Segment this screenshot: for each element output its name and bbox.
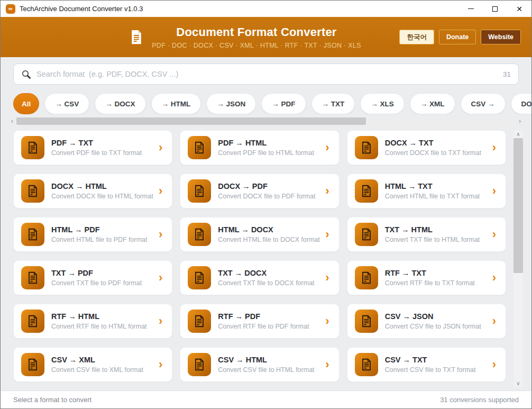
scroll-right-icon[interactable]: › xyxy=(518,118,522,124)
document-icon xyxy=(188,136,211,159)
chevron-right-icon: › xyxy=(325,359,329,370)
horizontal-scroll-thumb[interactable] xyxy=(16,117,366,125)
search-icon xyxy=(21,69,31,79)
card-csv-html[interactable]: CSV → HTML Convert CSV file to HTML form… xyxy=(180,347,339,382)
conversion-description: Convert CSV file to HTML format xyxy=(218,366,314,374)
conversion-description: Convert RTF file to HTML format xyxy=(51,323,147,330)
conversion-grid: PDF → TXT Convert PDF file to TXT format… xyxy=(1,130,510,390)
conversion-title: CSV → XML xyxy=(51,356,143,364)
chevron-right-icon: › xyxy=(159,142,162,153)
horizontal-scrollbar: ‹ › xyxy=(1,117,531,125)
status-bar: Select a format to convert 31 conversion… xyxy=(1,390,531,408)
conversion-description: Convert RTF file to TXT format xyxy=(385,279,475,287)
card-csv-xml[interactable]: CSV → XML Convert CSV file to XML format… xyxy=(13,347,172,382)
document-icon xyxy=(355,223,378,246)
donate-button[interactable]: Donate xyxy=(439,30,476,44)
close-button[interactable]: ✕ xyxy=(507,1,531,17)
card-txt-docx[interactable]: TXT → DOCX Convert TXT file to DOCX form… xyxy=(180,260,339,295)
card-txt-pdf[interactable]: TXT → PDF Convert TXT file to PDF format… xyxy=(13,260,172,295)
conversion-description: Convert RTF file to PDF format xyxy=(218,323,309,330)
website-button[interactable]: Website xyxy=(481,30,521,44)
horizontal-scroll-track[interactable] xyxy=(16,117,516,125)
document-icon xyxy=(21,310,44,333)
chevron-right-icon: › xyxy=(325,272,329,284)
conversion-description: Convert DOCX file to TXT format xyxy=(385,149,481,157)
document-icon xyxy=(21,179,44,203)
card-html-docx[interactable]: HTML → DOCX Convert HTML file to DOCX fo… xyxy=(180,217,339,252)
filter-chip-to-xml[interactable]: → XML xyxy=(410,93,455,114)
filter-chip-to-csv[interactable]: → CSV xyxy=(44,93,89,114)
card-txt-html[interactable]: TXT → HTML Convert TXT file to HTML form… xyxy=(347,217,506,252)
document-icon xyxy=(355,179,378,203)
search-input[interactable] xyxy=(36,70,503,78)
header-brand: Document Format Converter PDF · DOC · DO… xyxy=(129,25,361,49)
filter-chip-to-json[interactable]: → JSON xyxy=(206,93,256,114)
filter-chip-to-txt[interactable]: → TXT xyxy=(311,93,355,114)
scroll-left-icon[interactable]: ‹ xyxy=(10,118,14,124)
title-bar: ∞ TechArchive Document Converter v1.0.3 … xyxy=(1,1,531,17)
search-result-count: 31 xyxy=(503,70,511,78)
conversion-title: TXT → PDF xyxy=(51,269,142,277)
card-csv-txt[interactable]: CSV → TXT Convert CSV file to TXT format… xyxy=(347,347,506,382)
conversion-description: Convert HTML file to TXT format xyxy=(385,193,480,200)
maximize-button[interactable] xyxy=(483,1,507,17)
conversion-description: Convert CSV file to TXT format xyxy=(385,366,476,374)
minimize-button[interactable] xyxy=(458,1,483,17)
vertical-scrollbar[interactable]: ∧ ∨ xyxy=(513,130,523,387)
filter-chip-from-csv[interactable]: CSV → xyxy=(461,93,506,114)
conversion-title: RTF → PDF xyxy=(218,312,309,321)
document-icon xyxy=(188,310,211,333)
chevron-right-icon: › xyxy=(159,272,162,284)
card-html-txt[interactable]: HTML → TXT Convert HTML file to TXT form… xyxy=(347,174,506,208)
card-rtf-html[interactable]: RTF → HTML Convert RTF file to HTML form… xyxy=(13,304,172,339)
filter-chip-to-html[interactable]: → HTML xyxy=(151,93,201,114)
conversion-description: Convert TXT file to HTML format xyxy=(385,236,480,243)
chevron-right-icon: › xyxy=(492,272,496,284)
card-csv-json[interactable]: CSV → JSON Convert CSV file to JSON form… xyxy=(347,304,506,339)
filter-chip-from-docx[interactable]: DOCX → xyxy=(511,93,531,114)
document-icon xyxy=(21,353,44,376)
search-bar[interactable]: 31 xyxy=(13,63,519,85)
conversion-title: PDF → TXT xyxy=(51,139,142,147)
card-docx-pdf[interactable]: DOCX → PDF Convert DOCX file to PDF form… xyxy=(180,174,339,208)
app-header: Document Format Converter PDF · DOC · DO… xyxy=(1,17,531,57)
document-icon xyxy=(21,223,44,246)
vertical-scroll-track[interactable] xyxy=(513,138,523,379)
chevron-right-icon: › xyxy=(325,142,329,153)
document-icon xyxy=(355,266,378,289)
filter-chip-to-xls[interactable]: → XLS xyxy=(360,93,405,114)
scroll-down-icon[interactable]: ∨ xyxy=(516,379,520,387)
conversion-description: Convert HTML file to DOCX format xyxy=(218,236,320,243)
conversion-description: Convert TXT file to PDF format xyxy=(51,279,142,287)
document-icon xyxy=(188,223,211,246)
chevron-right-icon: › xyxy=(492,315,496,327)
card-pdf-txt[interactable]: PDF → TXT Convert PDF file to TXT format… xyxy=(13,130,172,165)
chevron-right-icon: › xyxy=(492,185,496,197)
vertical-scroll-thumb[interactable] xyxy=(513,138,523,273)
conversion-title: HTML → TXT xyxy=(385,182,480,190)
header-buttons: 한국어 Donate Website xyxy=(399,30,521,44)
filter-chip-to-pdf[interactable]: → PDF xyxy=(261,93,306,114)
document-icon xyxy=(188,353,211,376)
conversion-title: RTF → TXT xyxy=(385,269,475,277)
conversion-title: HTML → PDF xyxy=(51,225,148,234)
scroll-up-icon[interactable]: ∧ xyxy=(516,130,520,138)
card-html-pdf[interactable]: HTML → PDF Convert HTML file to PDF form… xyxy=(13,217,172,252)
app-window: ∞ TechArchive Document Converter v1.0.3 … xyxy=(0,0,532,409)
card-pdf-html[interactable]: PDF → HTML Convert PDF file to HTML form… xyxy=(180,130,339,165)
conversion-title: CSV → TXT xyxy=(385,356,476,364)
language-button[interactable]: 한국어 xyxy=(399,30,434,44)
card-rtf-pdf[interactable]: RTF → PDF Convert RTF file to PDF format… xyxy=(180,304,339,339)
filter-chip-to-docx[interactable]: → DOCX xyxy=(95,93,145,114)
chevron-right-icon: › xyxy=(325,185,329,197)
card-docx-html[interactable]: DOCX → HTML Convert DOCX file to HTML fo… xyxy=(13,174,172,208)
conversion-title: TXT → HTML xyxy=(385,225,480,234)
filter-chip-all[interactable]: All xyxy=(13,93,39,114)
chevron-right-icon: › xyxy=(492,142,496,153)
search-section: 31 xyxy=(1,57,531,85)
card-docx-txt[interactable]: DOCX → TXT Convert DOCX file to TXT form… xyxy=(347,130,506,165)
chevron-right-icon: › xyxy=(325,315,329,327)
conversion-title: CSV → HTML xyxy=(218,356,314,364)
card-rtf-txt[interactable]: RTF → TXT Convert RTF file to TXT format… xyxy=(347,260,506,295)
conversion-description: Convert PDF file to TXT format xyxy=(51,149,142,157)
